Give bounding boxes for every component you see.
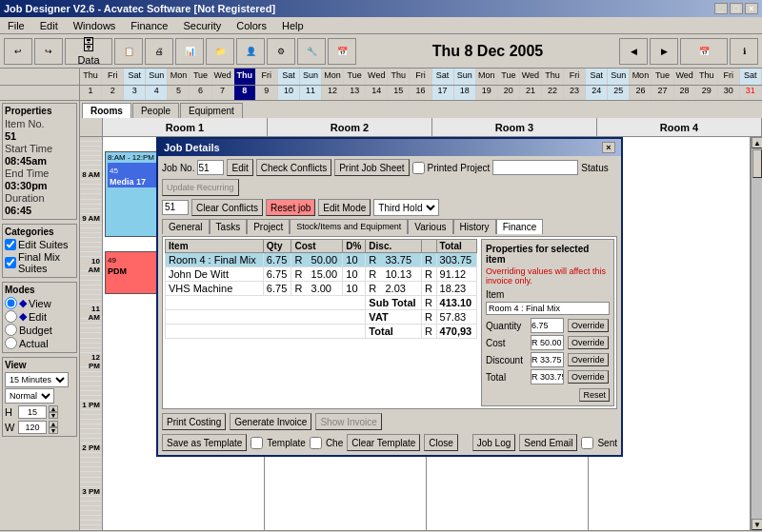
cal-day-wed[interactable]: Wed [520,69,542,85]
tab-general[interactable]: General [162,219,210,234]
data-button[interactable]: 🗄 Data [65,38,112,65]
cal-date-4[interactable]: 4 [146,86,168,100]
toolbar-btn-14[interactable]: ℹ [730,38,758,65]
total-override-btn[interactable]: Override [568,370,609,384]
toolbar-btn-4[interactable]: 🖨 [145,38,173,65]
cal-day-thu[interactable]: Thu [234,69,256,85]
h-down[interactable]: ▼ [49,412,58,419]
cal-date-2[interactable]: 2 [102,86,124,100]
tab-various[interactable]: Various [408,219,452,234]
update-recurring-btn[interactable]: Update Recurring [162,179,239,196]
cal-day-fri[interactable]: Fri [410,69,431,85]
menu-help[interactable]: Help [278,19,308,32]
rp-total-input[interactable] [531,369,564,384]
maximize-button[interactable]: □ [730,3,743,14]
cal-day-fri[interactable]: Fri [718,69,740,85]
h-spinners[interactable]: ▲ ▼ [49,405,58,419]
edit-suites-checkbox[interactable] [5,239,16,250]
cost-override-btn[interactable]: Override [568,336,609,349]
edit-btn[interactable]: Edit [227,159,252,176]
cal-day-thu[interactable]: Thu [542,69,564,85]
tab-stock[interactable]: Stock/Items and Equipment [290,219,408,234]
cal-date-6[interactable]: 6 [190,86,211,100]
cal-date-10[interactable]: 10 [278,86,300,100]
final-mix-checkbox[interactable] [5,257,16,268]
cal-date-26[interactable]: 26 [630,86,652,100]
cal-day-wed[interactable]: Wed [674,69,696,85]
cal-day-sat[interactable]: Sat [432,69,454,85]
cal-day-thu[interactable]: Thu [388,69,410,85]
w-input[interactable] [18,421,47,434]
table-row[interactable]: VHS Machine 6.75 R 3.00 10 R 2.03 R 18.2… [166,282,477,296]
menu-finance[interactable]: Finance [127,19,171,32]
cal-day-mon[interactable]: Mon [168,69,190,85]
cal-date-1[interactable]: 1 [80,86,102,100]
toolbar-btn-12[interactable]: ▶ [650,38,678,65]
edit-suites-row[interactable]: Edit Suites [5,239,74,250]
rp-disc-input[interactable] [531,352,564,367]
rp-qty-input[interactable] [531,318,564,333]
disc-override-btn[interactable]: Override [568,353,609,366]
toolbar-btn-10[interactable]: 📅 [328,38,356,65]
mode-budget-radio[interactable] [5,324,17,336]
cal-day-sat[interactable]: Sat [740,69,762,85]
print-costing-btn[interactable]: Print Costing [162,413,226,430]
w-down[interactable]: ▼ [49,427,58,434]
time-interval-select[interactable]: 15 Minutes [5,372,69,387]
toolbar-btn-2[interactable]: ↪ [34,38,63,65]
cal-date-19[interactable]: 19 [476,86,498,100]
scroll-up-btn[interactable]: ▲ [752,137,762,148]
menu-windows[interactable]: Windows [70,19,120,32]
cal-day-sun[interactable]: Sun [454,69,476,85]
cal-date-7[interactable]: 7 [212,86,234,100]
mode-edit-radio[interactable] [5,310,17,323]
cal-day-sun[interactable]: Sun [146,69,168,85]
toolbar-btn-6[interactable]: 📁 [206,38,234,65]
toolbar-btn-8[interactable]: ⚙ [267,38,295,65]
final-mix-row[interactable]: Final Mix Suites [5,251,74,274]
close-button[interactable]: × [745,3,758,14]
cal-day-sat[interactable]: Sat [278,69,300,85]
job-detail-close-btn[interactable]: × [602,142,615,153]
cal-day-tue[interactable]: Tue [344,69,366,85]
view-style-select[interactable]: Normal [5,388,54,404]
check-conflicts-btn[interactable]: Check Conflicts [256,159,331,176]
cal-day-wed[interactable]: Wed [212,69,234,85]
save-as-template-btn[interactable]: Save as Template [162,434,247,451]
cal-date-23[interactable]: 23 [564,86,586,100]
toolbar-btn-11[interactable]: ◀ [619,38,648,65]
project-input[interactable] [492,160,578,175]
toolbar-btn-3[interactable]: 📋 [114,38,143,65]
close-btn[interactable]: Close [424,434,458,451]
cal-day-fri[interactable]: Fri [102,69,124,85]
toolbar-btn-7[interactable]: 👤 [236,38,265,65]
cal-date-21[interactable]: 21 [520,86,542,100]
w-up[interactable]: ▲ [49,421,58,427]
printed-checkbox[interactable] [412,162,425,174]
cal-date-22[interactable]: 22 [542,86,564,100]
sent-checkbox[interactable] [581,437,593,449]
cal-date-9[interactable]: 9 [256,86,278,100]
template-checkbox-1[interactable] [251,437,263,449]
cal-day-sun[interactable]: Sun [608,69,630,85]
cal-date-18[interactable]: 18 [454,86,476,100]
cal-day-tue[interactable]: Tue [498,69,520,85]
cal-date-25[interactable]: 25 [608,86,630,100]
cal-day-mon[interactable]: Mon [322,69,344,85]
print-job-sheet-btn[interactable]: Print Job Sheet [334,159,409,176]
h-up[interactable]: ▲ [49,405,58,412]
job-no-input[interactable] [197,160,224,175]
cal-day-mon[interactable]: Mon [630,69,652,85]
window-controls[interactable]: _ □ × [714,3,758,14]
cal-day-thu[interactable]: Thu [696,69,718,85]
table-row[interactable]: John De Witt 6.75 R 15.00 10 R 10.13 R 9… [166,267,477,282]
generate-invoice-btn[interactable]: Generate Invoice [230,413,311,430]
status-select[interactable]: Third Hold [373,199,439,216]
tab-history[interactable]: History [453,219,496,234]
cal-date-12[interactable]: 12 [322,86,344,100]
tab-tasks[interactable]: Tasks [210,219,248,234]
mode-view[interactable]: ◆ View [5,297,74,309]
tab-people[interactable]: People [132,103,179,118]
menu-edit[interactable]: Edit [36,19,62,32]
cal-day-wed[interactable]: Wed [366,69,388,85]
